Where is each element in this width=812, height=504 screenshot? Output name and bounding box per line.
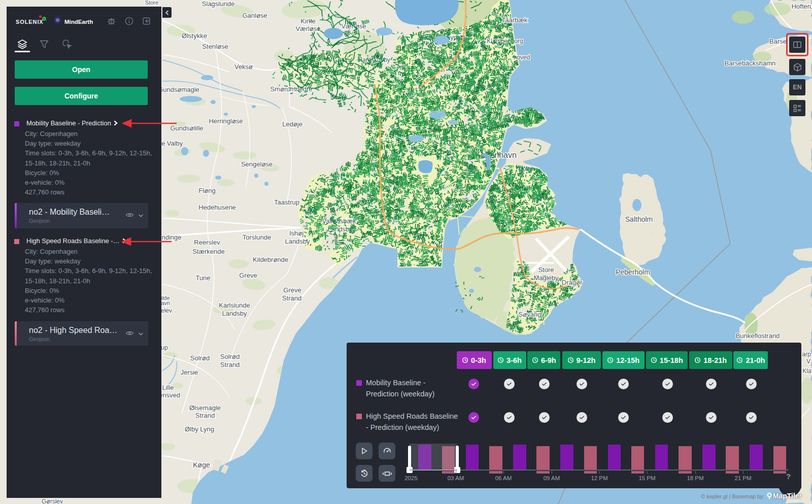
svg-text:Slagslunde: Slagslunde [202,0,234,8]
svg-text:Værløse: Værløse [295,25,320,32]
svg-text:elev: elev [161,307,172,314]
svg-text:Greve: Greve [283,286,301,294]
svg-text:Taarbæk: Taarbæk [502,16,528,24]
svg-text:Jersie: Jersie [181,368,198,376]
svg-text:Store: Store [538,266,554,274]
svg-text:Ishøj: Ishøj [289,229,303,237]
svg-text:re Valby: re Valby [159,140,183,147]
svg-text:Reerslev: Reerslev [194,239,220,246]
svg-text:Torslunde: Torslunde [243,233,271,241]
svg-text:Barsebäckshamn: Barsebäckshamn [725,59,775,67]
svg-text:Gørslev: Gørslev [42,498,63,504]
svg-text:Stærkende: Stærkende [192,248,225,255]
svg-text:Lille: Lille [162,384,174,391]
svg-text:Bunkeflostrand: Bunkeflostrand [736,332,780,340]
svg-text:Stenløse: Stenløse [202,43,228,50]
svg-text:Ølby Lyng: Ølby Lyng [185,425,214,433]
svg-text:Gundsølille: Gundsølille [170,124,203,132]
svg-text:Sengeløse: Sengeløse [241,160,273,168]
svg-text:Landsby: Landsby [222,310,247,317]
svg-text:Køge: Køge [193,461,210,469]
svg-text:Kla: Kla [802,367,811,375]
svg-text:Magleby: Magleby [533,274,559,282]
svg-text:Taastrup: Taastrup [274,198,299,206]
svg-text:Solrød: Solrød [220,353,240,360]
svg-text:Store: Store [145,0,158,6]
svg-text:Barse: Barse [769,38,787,45]
svg-text:ensved: ensved [159,391,180,399]
svg-text:Saltholm: Saltholm [625,215,653,223]
svg-text:Kildebrønde: Kildebrønde [253,256,288,263]
svg-text:Kirke: Kirke [300,17,316,25]
svg-text:Veksø: Veksø [234,63,253,71]
svg-text:Ølsemagle: Ølsemagle [189,404,221,412]
svg-text:Solrød: Solrød [190,354,210,362]
svg-text:Søvang: Søvang [519,311,542,318]
svg-text:Hedehusene: Hedehusene [198,204,236,211]
svg-text:Strand: Strand [220,361,240,368]
svg-text:Peberholm: Peberholm [616,268,650,276]
svg-text:Ølstykke: Ølstykke [182,32,207,40]
svg-text:Ledøje: Ledøje [282,120,302,128]
svg-text:Strand: Strand [282,294,301,302]
svg-text:arp: arp [802,351,811,358]
svg-text:Tune: Tune [195,274,210,282]
svg-text:V: V [806,358,810,365]
svg-text:Karlslunde: Karlslunde [219,301,250,309]
svg-text:Dragør: Dragør [562,279,583,286]
svg-text:Gundsømagle: Gundsømagle [158,86,199,93]
svg-text:up: up [161,344,168,351]
svg-text:Landsby: Landsby [285,238,310,245]
svg-text:ndinge: ndinge [161,233,181,241]
svg-text:Herringløse: Herringløse [209,117,243,125]
svg-text:Hofteru: Hofteru [792,3,812,10]
svg-text:Fløng: Fløng [198,187,215,194]
svg-text:Ganløse: Ganløse [242,12,267,19]
svg-text:Strand: Strand [195,412,215,419]
svg-text:Greve: Greve [239,272,257,279]
svg-text:avn: avn [161,300,170,306]
